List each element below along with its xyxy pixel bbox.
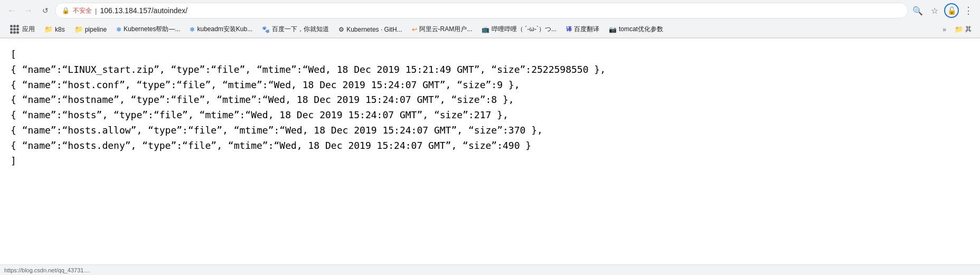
bookmark-pipeline-label: pipeline [85,26,107,33]
json-line-hostname: { “name”:“hostname”, “type”:“file”, “mti… [11,92,969,108]
url-separator: | [95,7,97,15]
browser-window: ← → ↺ 🔒 不安全 | 106.13.184.157/autoindex/ … [0,0,980,275]
bookmark-k8s-label: k8s [55,26,65,33]
apps-label: 应用 [22,25,35,34]
toolbar-icons: 🔍 ☆ 🔓 ⋮ [910,3,976,18]
more-icon: » [943,26,946,33]
bookmark-kubernetes-helper-label: Kubernetes帮助—... [124,25,180,34]
json-open-bracket: [ [11,47,969,62]
json-line-hosts-deny: { “name”:“hosts.deny”, “type”:“file”, “m… [11,138,969,154]
tomcat-icon: 📷 [609,26,617,33]
baidu-icon: 🐾 [262,26,270,33]
insecure-label: 不安全 [73,6,92,15]
apps-grid-icon [8,24,20,35]
bookmark-github-label: Kubernetes · GitH... [346,26,402,33]
bookmark-baidu-search[interactable]: 🐾 百度一下，你就知道 [258,23,333,35]
kubernetes-helper-icon: ❄ [116,26,121,33]
baidu-translate-icon: 译 [566,25,572,33]
bookmark-pipeline[interactable]: 📁 pipeline [70,24,111,35]
address-bar[interactable]: 🔒 不安全 | 106.13.184.157/autoindex/ [55,3,908,18]
github-icon: ⚙ [338,26,344,33]
bookmarks-more-button[interactable]: » [939,24,949,35]
bookmark-kubeadm-label: kubeadm安装Kub... [197,25,252,34]
folder-icon: 📁 [74,25,83,33]
kubeadm-icon: ❄ [190,26,195,33]
other-folder-icon: 📁 [955,25,963,33]
bookmark-bilibili-label: 哔哩哔哩（ ´-ω-`）つ... [492,25,557,34]
forward-button[interactable]: → [21,3,36,18]
json-close-bracket: ] [11,154,969,169]
profile-button[interactable]: 🔓 [944,3,959,18]
bookmark-baidu-search-label: 百度一下，你就知道 [272,25,329,34]
bookmark-baidu-translate-label: 百度翻译 [574,25,599,34]
folder-icon: 📁 [44,25,53,33]
bookmark-baidu-translate[interactable]: 译 百度翻译 [562,23,604,35]
bilibili-icon: 📺 [482,26,489,33]
menu-button[interactable]: ⋮ [961,3,976,18]
bookmark-aliyun-label: 阿里云-RAM用户... [419,25,473,34]
aliyun-icon: ↩ [412,26,417,33]
nav-bar: ← → ↺ 🔒 不安全 | 106.13.184.157/autoindex/ … [0,0,980,21]
url-text[interactable]: 106.13.184.157/autoindex/ [100,6,901,15]
bookmark-github-kubernetes[interactable]: ⚙ Kubernetes · GitH... [334,24,406,35]
back-button[interactable]: ← [4,3,19,18]
page-content: [ { “name”:“LINUX_start.zip”, “type”:“fi… [0,39,980,275]
bookmark-tomcat-label: tomcat优化参数 [619,25,663,34]
bookmark-other-label: 其 [965,25,972,34]
bookmark-other-folder[interactable]: 📁 其 [950,23,976,35]
status-url-text: https://blog.csdn.net/qq_43731.... [4,267,90,273]
reload-button[interactable]: ↺ [38,3,53,18]
bookmark-kubernetes-helper[interactable]: ❄ Kubernetes帮助—... [112,23,184,35]
status-bar: https://blog.csdn.net/qq_43731.... [0,264,980,275]
json-line-linux-zip: { “name”:“LINUX_start.zip”, “type”:“file… [11,62,969,78]
bookmark-k8s[interactable]: 📁 k8s [40,24,69,35]
json-line-hosts: { “name”:“hosts”, “type”:“file”, “mtime”… [11,108,969,123]
browser-topbar: ← → ↺ 🔒 不安全 | 106.13.184.157/autoindex/ … [0,0,980,39]
bookmark-tomcat[interactable]: 📷 tomcat优化参数 [605,23,667,35]
insecure-icon: 🔒 [62,7,70,14]
json-line-hosts-allow: { “name”:“hosts.allow”, “type”:“file”, “… [11,123,969,138]
bookmark-bilibili[interactable]: 📺 哔哩哔哩（ ´-ω-`）つ... [477,23,561,35]
json-line-host-conf: { “name”:“host.conf”, “type”:“file”, “mt… [11,78,969,93]
search-icon-button[interactable]: 🔍 [910,3,925,18]
apps-button[interactable]: 应用 [4,22,39,37]
bookmarks-bar: 应用 📁 k8s 📁 pipeline ❄ Kubernetes帮助—... ❄… [0,21,980,38]
bookmark-kubeadm[interactable]: ❄ kubeadm安装Kub... [185,23,257,35]
bookmark-star-button[interactable]: ☆ [927,3,942,18]
bookmark-aliyun-ram[interactable]: ↩ 阿里云-RAM用户... [408,23,477,35]
